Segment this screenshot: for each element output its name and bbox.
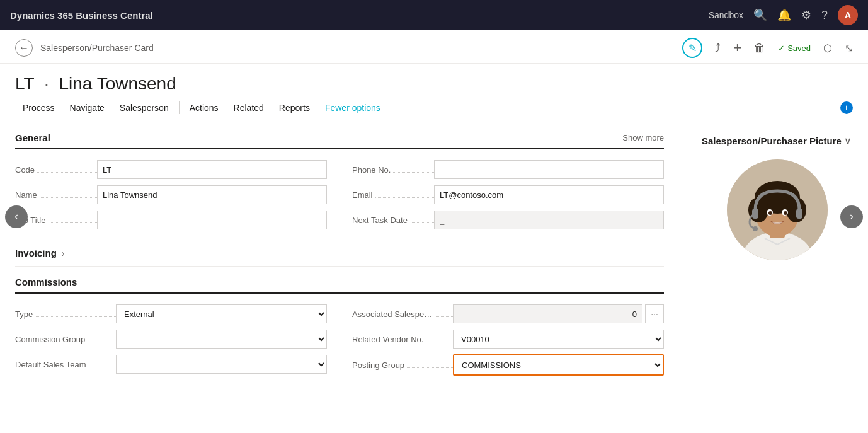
invoicing-section: Invoicing › [15,240,664,267]
assoc-salesperson-label: Associated Salespe… [352,309,453,319]
type-row: Type External Internal None [15,304,327,324]
title-code: LT [15,74,34,93]
sidebar-area: Salesperson/Purchaser Picture ∨ [689,122,853,376]
commissions-header: Commissions [15,277,664,294]
relatedvendor-select[interactable]: V00010 [453,330,664,349]
code-row: Code [15,159,327,180]
title-name: Lina Townsend [59,74,176,93]
sub-header-actions: ✎ ⤴ + 🗑 ✓ Saved ⬡ ⤡ [682,38,853,58]
help-icon[interactable]: ? [821,9,828,22]
name-input[interactable] [97,185,327,204]
jobtitle-input[interactable] [97,211,327,229]
open-window-icon[interactable]: ⬡ [823,42,832,54]
delete-icon[interactable]: 🗑 [754,42,765,55]
commgroup-label: Commission Group [15,335,116,344]
action-process[interactable]: Process [15,99,62,117]
back-button[interactable]: ← [15,39,33,57]
general-right-col: Phone No. Email Next Task Date [352,159,664,230]
collapse-icon[interactable]: ⤡ [845,42,853,54]
breadcrumb: Salesperson/Purchaser Card [40,43,675,53]
info-icon: i [845,103,847,112]
nav-left-arrow[interactable]: ‹ [5,205,28,228]
general-left-col: Code Name Job Title [15,159,327,230]
svg-point-13 [753,226,758,231]
postinggroup-select[interactable]: COMMISSIONS [454,355,663,374]
user-avatar[interactable]: A [838,5,858,25]
code-label: Code [15,165,97,175]
svg-rect-12 [796,209,802,219]
relatedvendor-row: Related Vendor No. V00010 [352,329,664,349]
assoc-salesperson-row: Associated Salespe… ··· [352,304,664,324]
search-icon[interactable]: 🔍 [753,8,767,22]
email-row: Email [352,185,664,205]
svg-rect-11 [752,209,758,219]
postinggroup-label: Posting Group [352,361,453,370]
commissions-right-col: Associated Salespe… ··· Related Vendor N… [352,304,664,376]
action-actions[interactable]: Actions [182,99,226,117]
action-divider [179,101,180,114]
edit-button[interactable]: ✎ [682,38,702,58]
general-section-header: General Show more [15,122,664,149]
form-area: General Show more Code Name [15,122,689,376]
sidebar-picture: Salesperson/Purchaser Picture ∨ [702,135,853,260]
postinggroup-row: Posting Group COMMISSIONS [352,354,664,376]
invoicing-header[interactable]: Invoicing › [15,248,664,258]
saved-checkmark: ✓ [778,43,785,53]
profile-portrait [727,159,828,260]
action-reports[interactable]: Reports [271,99,317,117]
general-title: General [15,132,50,143]
email-input[interactable] [434,185,664,204]
info-badge[interactable]: i [840,101,853,114]
settings-icon[interactable]: ⚙ [801,8,811,22]
commissions-title: Commissions [15,277,77,287]
nexttask-input[interactable] [434,211,664,229]
nav-right-arrow[interactable]: › [840,205,863,228]
page-wrapper: ← Salesperson/Purchaser Card ✎ ⤴ + 🗑 ✓ S… [0,30,868,433]
name-row: Name [15,185,327,205]
phoneno-input[interactable] [434,160,664,179]
edit-icon: ✎ [688,42,697,54]
defaultteam-label: Default Sales Team [15,360,116,369]
app-brand: Dynamics 365 Business Central [10,10,709,21]
show-more-button[interactable]: Show more [622,133,664,142]
type-select[interactable]: External Internal None [116,304,327,323]
action-salesperson[interactable]: Salesperson [112,99,176,117]
code-input[interactable] [97,160,327,179]
title-separator: · [44,74,54,93]
assoc-salesperson-input[interactable] [453,304,642,323]
phoneno-row: Phone No. [352,159,664,180]
sidebar-picture-header: Salesperson/Purchaser Picture ∨ [702,135,853,152]
bell-icon[interactable]: 🔔 [777,8,791,22]
action-navigate[interactable]: Navigate [62,99,112,117]
commissions-left-col: Type External Internal None [15,304,327,376]
defaultteam-row: Default Sales Team [15,354,327,374]
defaultteam-select[interactable] [116,355,327,374]
saved-label: Saved [787,43,811,53]
top-navigation: Dynamics 365 Business Central Sandbox 🔍 … [0,0,868,30]
action-related[interactable]: Related [226,99,271,117]
main-content: General Show more Code Name [0,122,868,376]
sidebar-picture-title: Salesperson/Purchaser Picture [702,136,842,146]
svg-point-9 [768,211,772,215]
name-label: Name [15,190,97,200]
fewer-options-link[interactable]: Fewer options [317,99,388,117]
commgroup-row: Commission Group [15,329,327,349]
add-icon[interactable]: + [733,40,741,56]
assoc-salesperson-more-button[interactable]: ··· [645,304,664,323]
page-title: LT · Lina Townsend [15,74,853,94]
profile-picture-frame [727,159,828,260]
invoicing-chevron-icon: › [62,248,65,258]
invoicing-title: Invoicing [15,248,57,258]
commissions-grid: Type External Internal None [15,304,664,376]
share-icon[interactable]: ⤴ [715,42,721,55]
sidebar-picture-chevron-icon[interactable]: ∨ [844,135,852,147]
nexttask-row: Next Task Date [352,210,664,230]
svg-point-10 [784,211,787,215]
posting-group-wrapper: COMMISSIONS [453,354,664,376]
commissions-section: Commissions Type External Intern [15,277,664,376]
type-label: Type [15,309,116,319]
environment-label: Sandbox [709,10,743,20]
page-title-section: LT · Lina Townsend [0,64,868,94]
commgroup-select[interactable] [116,330,327,349]
saved-status: ✓ Saved [778,43,811,53]
